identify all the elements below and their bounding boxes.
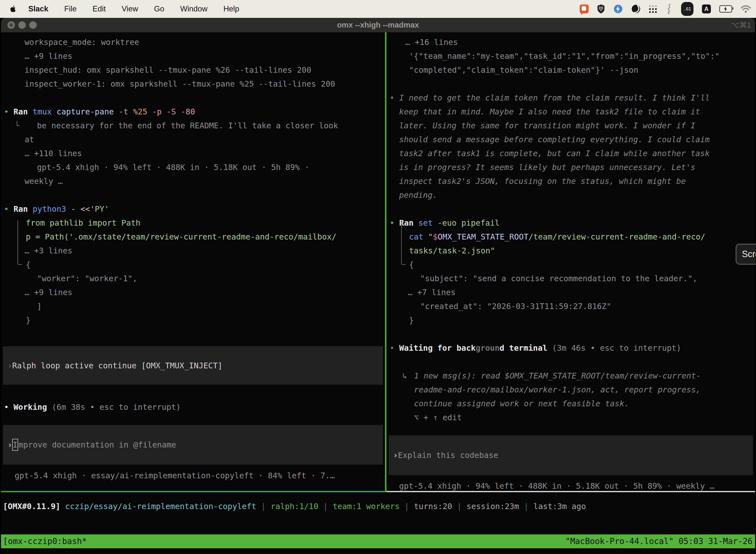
placeholder-text: mprove documentation in @filename: [19, 440, 176, 449]
command-line: cat "$OMX_TEAM_STATE_ROOT/team/review-cu…: [387, 230, 755, 244]
text-cursor: I: [12, 439, 18, 451]
edit-hint: ⌥ + ↑ edit: [387, 410, 755, 425]
output-line: "worker": "worker-1",: [1, 272, 385, 285]
macos-menubar: Slack File Edit View Go Window Help ..61…: [0, 0, 756, 18]
menubar-status-icons: ..61 A: [580, 2, 751, 16]
corner-connector-icon: └: [15, 121, 19, 130]
close-button[interactable]: [7, 21, 15, 29]
command-line: • Ran set -euo pipefail: [387, 216, 755, 230]
menu-view[interactable]: View: [122, 4, 138, 13]
thinking-line: task2 after task1 is complete, but can I…: [387, 147, 755, 160]
bullet-icon: •: [390, 93, 394, 103]
tree-connector: [401, 220, 406, 265]
omx-last-activity: last:3m ago: [533, 502, 586, 511]
omx-turns: turns:20: [414, 502, 452, 511]
terminal-content: workspace_mode: worktree … +9 lines insp…: [1, 32, 755, 554]
minimize-button[interactable]: [18, 21, 26, 29]
menu-file[interactable]: File: [64, 4, 77, 13]
working-status: • Working (6m 38s • esc to interrupt): [1, 400, 385, 414]
output-line: "subject": "send a concise recommendatio…: [387, 272, 755, 285]
pane-hud[interactable]: workspace_mode: worktree … +9 lines insp…: [1, 32, 385, 491]
output-line: "completed","claim_token":"claim-token"}…: [387, 63, 755, 77]
omx-session: session:23m: [466, 502, 519, 511]
input-source-icon[interactable]: A: [702, 4, 711, 13]
terminal-window: omx --xhigh --madmax ⌥⌘1 workspace_mode:…: [1, 18, 755, 554]
apple-menu-icon[interactable]: [9, 4, 17, 13]
return-arrow-icon: ↳: [402, 371, 407, 381]
output-line: inspect_hud: omx sparkshell --tmux-pane …: [1, 63, 385, 77]
output-line: inspect_worker-1: omx sparkshell --tmux-…: [1, 77, 385, 91]
mailbox-note: continue assigned work or next feasible …: [387, 397, 755, 410]
tmux-host-clock: "MacBook-Pro-44.local" 05:03 31-Mar-26: [565, 535, 753, 548]
zoom-button[interactable]: [29, 21, 37, 29]
output-line: └be necessary for the end of the README.…: [1, 119, 385, 132]
collapsed-lines-note: … +110 lines: [1, 147, 385, 160]
omx-project: cczip/essay/ai-reimplementation-copyleft: [65, 502, 256, 511]
thinking-line: is in progress? It seems likely but perh…: [387, 160, 755, 174]
thinking-line: pending.: [387, 188, 755, 202]
code-line: p = Path('.omx/state/team/review-current…: [1, 230, 385, 244]
output-line: workspace_mode: worktree: [1, 35, 385, 49]
menu-window[interactable]: Window: [180, 4, 207, 13]
ralph-loop-banner: › Ralph loop active continue [OMX_TMUX_I…: [3, 346, 383, 385]
active-app-name[interactable]: Slack: [28, 4, 48, 13]
pane-border-active: [1, 491, 386, 492]
model-status-line: gpt-5.4 xhigh · 94% left · 488K in · 5.1…: [387, 479, 755, 491]
moon-app-icon[interactable]: [631, 3, 641, 15]
thinking-line: later. Using the same for transition mig…: [387, 119, 755, 132]
output-line: gpt-5.4 xhigh · 94% left · 488K in · 5.1…: [1, 160, 385, 174]
prompt-input[interactable]: › Improve documentation in @filename: [3, 425, 383, 465]
window-title: omx --xhigh --madmax: [1, 18, 755, 32]
output-line: }: [1, 313, 385, 327]
waiting-status: • Waiting for background terminal (3m 46…: [387, 341, 755, 355]
menu-help[interactable]: Help: [224, 4, 239, 13]
command-line: tasks/task-2.json": [387, 244, 755, 258]
screen: Slack File Edit View Go Window Help ..61…: [0, 0, 756, 554]
collapsed-lines-note: … +7 lines: [387, 285, 755, 299]
shield-icon[interactable]: [597, 3, 605, 15]
chat-app-icon[interactable]: [580, 3, 588, 15]
omx-version: [OMX#0.11.9]: [3, 502, 60, 511]
collapsed-lines-note: … +16 lines: [387, 35, 755, 49]
wifi-icon[interactable]: [741, 3, 751, 15]
omx-team-counter: team:1 workers: [333, 502, 399, 511]
dots-grid-icon[interactable]: [649, 3, 657, 15]
bullet-icon: •: [4, 402, 9, 412]
collapsed-lines-note: … +3 lines: [1, 244, 385, 258]
output-line: '{"team_name":"my-team","task_id":"1","f…: [387, 49, 755, 63]
tmux-status-bar: [omx-cczip0:bash*"MacBook-Pro-44.local" …: [1, 535, 755, 548]
bullet-icon: •: [4, 107, 9, 116]
prompt-input[interactable]: › Explain this codebase: [389, 435, 753, 475]
omx-ralph-counter: ralph:1/10: [271, 502, 318, 511]
bullet-icon: •: [390, 218, 394, 228]
screen-share-overlay[interactable]: Scre: [736, 244, 756, 265]
collapsed-lines-note: … +9 lines: [1, 49, 385, 63]
pane-divider[interactable]: [385, 32, 386, 492]
dragon-icon[interactable]: [665, 3, 673, 15]
window-titlebar[interactable]: omx --xhigh --madmax ⌥⌘1: [1, 18, 755, 32]
output-line: {: [1, 258, 385, 272]
pane-border-inactive: [386, 491, 755, 492]
output-line: {: [387, 258, 755, 272]
command-line: • Ran tmux capture-pane -t %25 -p -S -80: [1, 105, 385, 119]
traffic-lights: [7, 21, 37, 29]
prompt-chevron-icon: ›: [7, 440, 12, 449]
thinking-line: inspect task2's JSON, focusing on the st…: [387, 174, 755, 188]
tmux-session-name: [omx-cczip0:bash*: [1, 536, 87, 546]
bullet-icon: •: [390, 343, 394, 353]
output-line: }: [387, 313, 755, 327]
stats-badge-icon[interactable]: ..61: [681, 2, 693, 16]
prompt-chevron-icon: ›: [393, 450, 398, 460]
pane-worker-1[interactable]: … +16 lines '{"team_name":"my-team","tas…: [387, 32, 755, 491]
menu-edit[interactable]: Edit: [92, 4, 106, 13]
chevron-icon: ›: [7, 361, 12, 370]
battery-icon[interactable]: [719, 3, 732, 15]
bolt-badge-icon[interactable]: [613, 3, 623, 15]
output-line: "created_at": "2026-03-31T11:59:27.816Z": [387, 299, 755, 313]
collapsed-lines-note: … +9 lines: [1, 285, 385, 299]
menu-go[interactable]: Go: [154, 4, 164, 13]
omx-status-line: [OMX#0.11.9] cczip/essay/ai-reimplementa…: [1, 499, 586, 513]
tree-connector: [17, 220, 22, 265]
output-line: weekly …: [1, 174, 385, 188]
output-line: at: [1, 132, 385, 147]
